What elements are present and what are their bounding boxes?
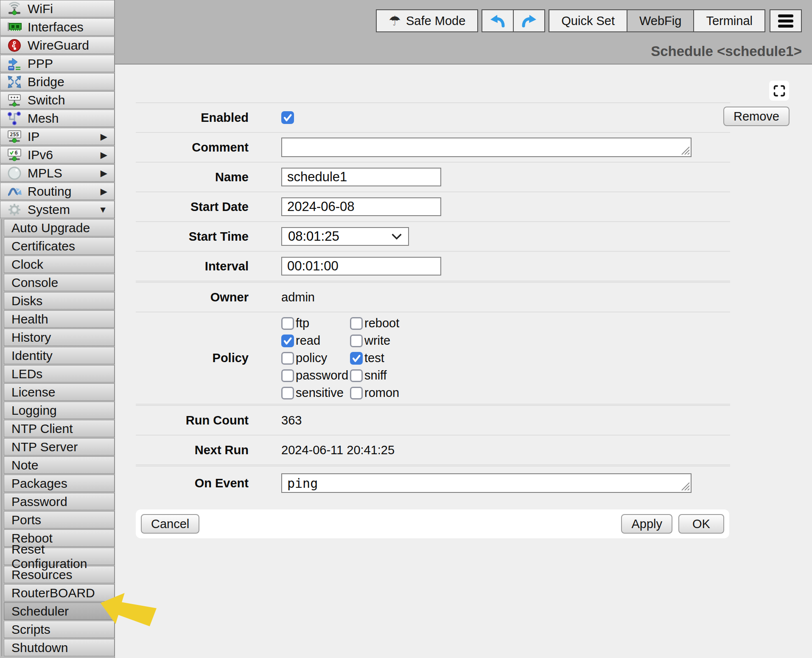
policy-label: sniff: [364, 368, 387, 382]
sidebar-item-label: Console: [11, 276, 58, 290]
on-event-textarea[interactable]: ping: [281, 473, 692, 493]
sidebar-item-certificates[interactable]: Certificates: [4, 237, 115, 255]
sidebar-item-ports[interactable]: Ports: [4, 511, 115, 529]
policy-test-checkbox[interactable]: [350, 352, 363, 365]
sidebar-item-switch[interactable]: Switch: [0, 91, 115, 109]
owner-label: Owner: [136, 290, 249, 304]
hamburger-menu-button[interactable]: [770, 9, 802, 32]
safe-mode-button[interactable]: ☂ Safe Mode: [376, 9, 478, 32]
tab-quick-set[interactable]: Quick Set: [549, 9, 627, 32]
sidebar-item-identity[interactable]: Identity: [4, 347, 115, 364]
remove-button[interactable]: Remove: [723, 107, 790, 126]
sidebar-item-clock[interactable]: Clock: [4, 256, 115, 273]
sidebar-item-license[interactable]: License: [4, 383, 115, 401]
policy-policy-checkbox[interactable]: [281, 352, 294, 365]
policy-write-checkbox[interactable]: [350, 335, 363, 347]
policy-test: test: [350, 351, 477, 365]
toolbar: ☂ Safe Mode Quick Set WebFig Terminal: [376, 9, 802, 32]
undo-button[interactable]: [482, 9, 514, 32]
sidebar-item-label: License: [11, 385, 55, 399]
policy-read: read: [281, 334, 350, 348]
cancel-button[interactable]: Cancel: [141, 514, 199, 534]
sidebar-item-history[interactable]: History: [4, 329, 115, 346]
on-event-label: On Event: [136, 476, 249, 490]
system-submenu: Auto UpgradeCertificatesClockConsoleDisk…: [1, 219, 115, 656]
ok-button[interactable]: OK: [678, 514, 724, 534]
sidebar-item-wireguard[interactable]: WireGuard: [0, 37, 115, 54]
sidebar-item-label: Certificates: [11, 239, 75, 253]
start-time-value: 08:01:25: [288, 229, 339, 244]
mpls-icon: [5, 165, 24, 182]
enabled-checkbox[interactable]: [281, 111, 294, 124]
sidebar-item-bridge[interactable]: Bridge: [0, 73, 115, 90]
fullscreen-button[interactable]: [769, 81, 789, 101]
policy-romon-checkbox[interactable]: [350, 387, 363, 399]
sidebar-item-label: MPLS: [28, 166, 62, 180]
policy-write: write: [350, 334, 477, 348]
apply-button[interactable]: Apply: [621, 514, 672, 534]
sidebar-item-disks[interactable]: Disks: [4, 292, 115, 309]
sidebar-item-wifi[interactable]: WiFi: [0, 0, 115, 17]
sidebar-item-label: Note: [11, 458, 38, 472]
run-count-value: 363: [281, 413, 302, 427]
sidebar-item-system[interactable]: System▼: [0, 201, 115, 218]
tab-terminal[interactable]: Terminal: [693, 9, 765, 32]
policy-label: password: [296, 368, 348, 382]
sidebar-item-auto-upgrade[interactable]: Auto Upgrade: [4, 219, 115, 236]
sidebar-item-ntp-client[interactable]: NTP Client: [4, 420, 115, 437]
sidebar-item-leds[interactable]: LEDs: [4, 365, 115, 382]
sidebar-item-label: History: [11, 330, 51, 345]
sidebar-item-ipv6[interactable]: 6IPv6▶: [0, 146, 115, 163]
sidebar-item-ntp-server[interactable]: NTP Server: [4, 438, 115, 456]
policy-read-checkbox[interactable]: [281, 335, 294, 347]
policy-ftp-checkbox[interactable]: [281, 317, 294, 330]
policy-label: write: [364, 334, 390, 348]
undo-redo-group: [482, 9, 545, 32]
policy-sensitive-checkbox[interactable]: [281, 387, 294, 399]
hamburger-icon: [778, 14, 793, 17]
sidebar-item-mpls[interactable]: MPLS▶: [0, 164, 115, 182]
comment-textarea[interactable]: [281, 138, 692, 157]
policy-reboot: reboot: [350, 316, 477, 330]
sidebar-item-shutdown[interactable]: Shutdown: [4, 639, 115, 656]
sidebar-item-label: Interfaces: [28, 20, 84, 34]
sidebar-item-ppp[interactable]: PPP: [0, 55, 115, 72]
sidebar-item-routing[interactable]: Routing▶: [0, 183, 115, 200]
bridge-icon: [5, 73, 24, 90]
redo-button[interactable]: [513, 9, 545, 32]
form-row-start-time: Start Time 08:01:25: [136, 222, 730, 251]
form-row-on-event: On Event ping: [136, 467, 730, 500]
sidebar-item-logging[interactable]: Logging: [4, 402, 115, 419]
start-time-select[interactable]: 08:01:25: [281, 227, 409, 246]
interval-label: Interval: [136, 259, 249, 273]
tab-webfig[interactable]: WebFig: [627, 9, 694, 32]
sidebar-item-reset-configuration[interactable]: Reset Configuration: [4, 548, 115, 565]
sidebar-item-ip[interactable]: 255IP▶: [0, 128, 115, 145]
content: Remove Enabled Comment Name: [115, 65, 812, 658]
policy-password-checkbox[interactable]: [281, 369, 294, 382]
policy-label: test: [364, 351, 384, 365]
sidebar-item-label: Health: [11, 312, 48, 326]
sidebar-item-packages[interactable]: Packages: [4, 475, 115, 492]
interval-input[interactable]: [281, 257, 441, 276]
policy-reboot-checkbox[interactable]: [350, 317, 363, 330]
start-date-input[interactable]: [281, 197, 441, 216]
sidebar-item-note[interactable]: Note: [4, 456, 115, 474]
policy-sniff-checkbox[interactable]: [350, 369, 363, 382]
header: ☂ Safe Mode Quick Set WebFig Terminal Sc…: [115, 0, 812, 65]
chevron-right-icon: ▶: [101, 186, 114, 197]
sidebar-item-console[interactable]: Console: [4, 274, 115, 291]
sidebar-item-label: Scripts: [11, 622, 50, 637]
sidebar-item-mesh[interactable]: Mesh: [0, 110, 115, 127]
sidebar-item-routerboard[interactable]: RouterBOARD: [4, 584, 115, 602]
name-input[interactable]: [281, 168, 441, 186]
interfaces-icon: [5, 19, 24, 36]
name-label: Name: [136, 170, 249, 184]
form-row-comment: Comment: [136, 133, 730, 162]
policy-ftp: ftp: [281, 316, 350, 330]
sidebar-item-interfaces[interactable]: Interfaces: [0, 18, 115, 36]
chevron-right-icon: ▶: [101, 168, 114, 178]
enabled-label: Enabled: [136, 111, 249, 125]
sidebar-item-health[interactable]: Health: [4, 310, 115, 328]
sidebar-item-password[interactable]: Password: [4, 493, 115, 510]
